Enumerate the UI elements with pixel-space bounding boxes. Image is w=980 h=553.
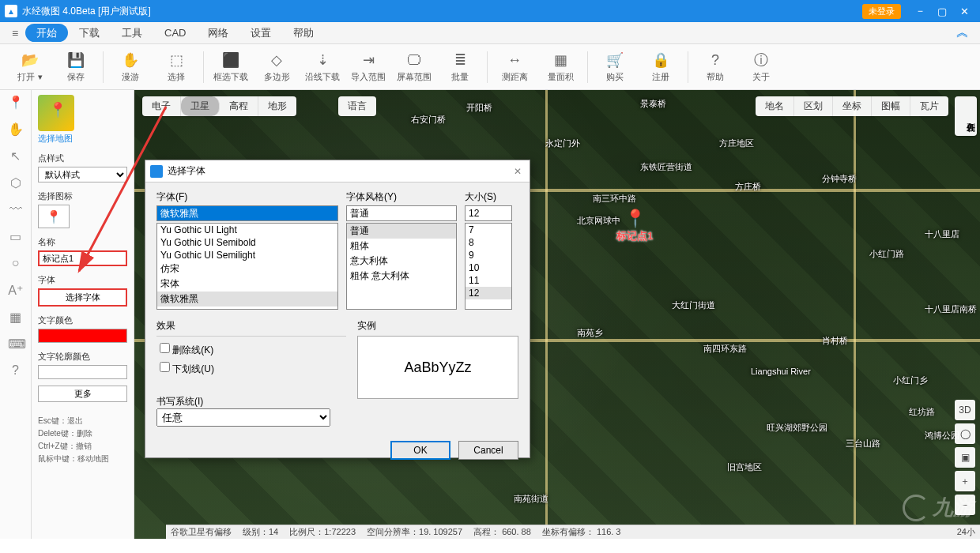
map-source-thumbnail[interactable] xyxy=(38,95,74,131)
tool-测距离[interactable]: ↔测距离 xyxy=(492,51,537,83)
menu-tab-2[interactable]: 工具 xyxy=(111,24,153,42)
writing-system-select[interactable]: 任意 xyxy=(156,408,330,427)
leftstrip-tool-6[interactable]: ○ xyxy=(8,256,24,272)
tool-关于[interactable]: ⓘ关于 xyxy=(739,51,783,83)
list-item[interactable]: 10 xyxy=(466,261,511,274)
font-family-list[interactable]: Yu Gothic UI LightYu Gothic UI SemiboldY… xyxy=(156,223,338,310)
tool-打开[interactable]: 📂打开 ▾ xyxy=(8,51,52,83)
tool-多边形[interactable]: ◇多边形 xyxy=(254,51,299,83)
list-item[interactable]: 8 xyxy=(466,236,511,249)
strikethrough-checkbox[interactable]: 删除线(K) xyxy=(160,343,343,357)
list-item[interactable]: 粗体 xyxy=(347,239,456,254)
tool-icon: ▦ xyxy=(551,51,570,70)
list-item[interactable]: 9 xyxy=(466,249,511,261)
leftstrip-tool-3[interactable]: ⬡ xyxy=(8,175,24,191)
font-style-input[interactable] xyxy=(346,205,457,221)
map-marker[interactable]: 📍 标记点1 xyxy=(616,209,653,243)
menu-tab-0[interactable]: 开始 xyxy=(25,24,68,42)
tool-帮助[interactable]: ?帮助 xyxy=(693,51,737,83)
ok-button[interactable]: OK xyxy=(390,441,450,460)
list-item[interactable]: 普通 xyxy=(347,224,456,239)
login-badge[interactable]: 未登录 xyxy=(862,4,901,19)
tool-批量[interactable]: ≣批量 xyxy=(438,51,482,83)
layer-tab-卫星[interactable]: 卫星 xyxy=(181,96,220,116)
list-item[interactable]: 7 xyxy=(466,224,511,236)
name-input[interactable] xyxy=(38,250,127,266)
font-family-input[interactable] xyxy=(156,205,338,221)
leftstrip-tool-9[interactable]: ⌨ xyxy=(8,337,24,352)
map-ctrl-3[interactable]: ＋ xyxy=(955,471,975,491)
tool-保存[interactable]: 💾保存 xyxy=(54,51,98,83)
more-button[interactable]: 更多 xyxy=(38,386,127,402)
language-button[interactable]: 语言 xyxy=(338,96,376,116)
list-item[interactable]: 意大利体 xyxy=(347,254,456,269)
tool-屏幕范围[interactable]: 🖵屏幕范围 xyxy=(392,51,436,83)
place-label: 永定门外 xyxy=(545,137,580,149)
status-level: 级别：14 xyxy=(243,526,278,538)
menu-tab-6[interactable]: 帮助 xyxy=(282,24,325,42)
leftstrip-tool-4[interactable]: 〰 xyxy=(8,202,24,218)
label-tab-地名[interactable]: 地名 xyxy=(756,96,794,116)
list-item[interactable]: 仿宋 xyxy=(157,261,337,276)
minimize-button[interactable]: － xyxy=(909,4,931,18)
tool-漫游[interactable]: ✋漫游 xyxy=(108,51,153,83)
label-tab-瓦片[interactable]: 瓦片 xyxy=(910,96,948,116)
tool-量面积[interactable]: ▦量面积 xyxy=(538,51,582,83)
list-item[interactable]: 粗体 意大利体 xyxy=(347,269,456,284)
label-tab-图幅[interactable]: 图幅 xyxy=(872,96,910,116)
map-ctrl-0[interactable]: 3D xyxy=(955,400,975,420)
menu-tab-1[interactable]: 下载 xyxy=(68,24,111,42)
map-source-label[interactable]: 选择地图 xyxy=(38,133,127,145)
tool-注册[interactable]: 🔒注册 xyxy=(639,51,683,83)
map-ctrl-2[interactable]: ▣ xyxy=(955,447,975,468)
leftstrip-tool-5[interactable]: ▭ xyxy=(8,229,24,245)
font-dialog: 选择字体 ✕ 字体(F) Yu Gothic UI LightYu Gothic… xyxy=(145,160,530,458)
cancel-button[interactable]: Cancel xyxy=(458,441,518,460)
menu-tab-3[interactable]: CAD xyxy=(153,24,197,42)
tool-框选下载[interactable]: ⬛框选下载 xyxy=(209,51,253,83)
tool-沿线下载[interactable]: ⇣沿线下载 xyxy=(300,51,345,83)
dialog-close-button[interactable]: ✕ xyxy=(511,166,525,177)
font-size-input[interactable] xyxy=(465,205,512,221)
icon-picker[interactable]: 📍 xyxy=(38,205,70,228)
label-tab-区划[interactable]: 区划 xyxy=(794,96,833,116)
place-label: 肖村桥 xyxy=(822,335,848,347)
list-item[interactable]: 11 xyxy=(466,274,511,287)
layer-tab-高程[interactable]: 高程 xyxy=(220,96,258,116)
menu-tab-5[interactable]: 设置 xyxy=(239,24,282,42)
leftstrip-tool-1[interactable]: ✋ xyxy=(8,122,24,137)
map-ctrl-1[interactable]: ◯ xyxy=(955,423,975,444)
close-button[interactable]: ✕ xyxy=(953,6,975,17)
leftstrip-tool-8[interactable]: ▦ xyxy=(8,310,24,325)
list-item[interactable]: 微软雅黑 xyxy=(157,292,337,307)
tool-导入范围[interactable]: ⇥导入范围 xyxy=(346,51,390,83)
leftstrip-tool-2[interactable]: ↖ xyxy=(8,149,24,164)
choose-font-button[interactable]: 选择字体 xyxy=(38,288,127,307)
tool-icon: ≣ xyxy=(450,51,469,70)
list-item[interactable]: Yu Gothic UI Semilight xyxy=(157,249,337,261)
point-style-select[interactable]: 默认样式 xyxy=(38,167,127,182)
menu-tab-4[interactable]: 网络 xyxy=(197,24,239,42)
label-tab-坐标[interactable]: 坐标 xyxy=(833,96,872,116)
font-style-list[interactable]: 普通粗体意大利体粗体 意大利体 xyxy=(346,223,457,310)
leftstrip-tool-10[interactable]: ? xyxy=(8,363,24,379)
tool-购买[interactable]: 🛒购买 xyxy=(593,51,637,83)
layer-tab-地形[interactable]: 地形 xyxy=(258,96,296,116)
hamburger-icon[interactable]: ≡ xyxy=(5,27,25,40)
list-item[interactable]: Yu Gothic UI Light xyxy=(157,224,337,236)
collapse-ribbon-icon[interactable]: ︽ xyxy=(950,24,975,41)
tool-选择[interactable]: ⬚选择 xyxy=(154,51,198,83)
leftstrip-tool-7[interactable]: A⁺ xyxy=(8,283,24,299)
maximize-button[interactable]: ▢ xyxy=(931,6,953,17)
list-item[interactable]: 宋体 xyxy=(157,276,337,292)
task-list-button[interactable]: 任务列表 xyxy=(955,96,977,136)
layer-tab-电子[interactable]: 电子 xyxy=(142,96,181,116)
map-ctrl-4[interactable]: － xyxy=(955,495,975,515)
outline-color-swatch[interactable] xyxy=(38,365,127,379)
text-color-swatch[interactable] xyxy=(38,329,127,343)
leftstrip-tool-0[interactable]: 📍 xyxy=(8,95,24,111)
font-size-list[interactable]: 789101112 xyxy=(465,223,512,310)
underline-checkbox[interactable]: 下划线(U) xyxy=(160,362,343,376)
list-item[interactable]: 12 xyxy=(466,287,511,299)
list-item[interactable]: Yu Gothic UI Semibold xyxy=(157,236,337,249)
